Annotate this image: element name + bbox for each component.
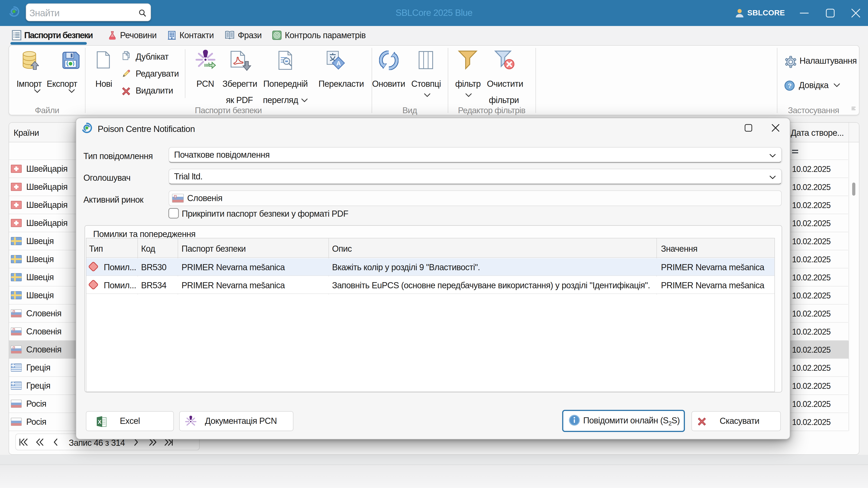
svg-text:A: A xyxy=(336,60,341,67)
svg-text:?: ? xyxy=(788,82,792,89)
